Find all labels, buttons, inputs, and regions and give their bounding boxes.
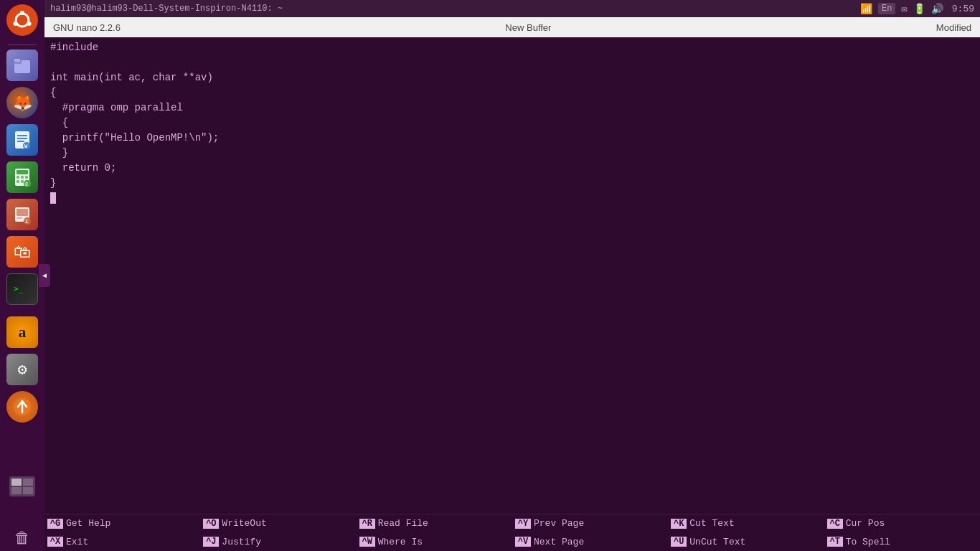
sidebar-item-amazon[interactable]: a <box>5 315 39 349</box>
shortcut-key-to-spell: ^T <box>827 537 843 547</box>
shortcut-justify[interactable]: ^J Justify <box>200 533 356 552</box>
code-line-9: return 0; <box>50 161 974 176</box>
svg-point-4 <box>13 22 17 26</box>
shortcut-uncut-text[interactable]: ^U UnCut Text <box>668 533 824 552</box>
svg-point-2 <box>20 11 24 15</box>
shortcut-key-cur-pos: ^C <box>827 519 843 529</box>
svg-rect-25 <box>17 209 28 216</box>
shortcut-key-where-is: ^W <box>359 537 375 547</box>
nano-buffer: New Buffer <box>505 22 551 33</box>
code-line-7: printf("Hello OpenMP!\n"); <box>50 131 974 146</box>
shortcut-label-read-file: Read File <box>378 518 428 529</box>
shortcut-label-prev-page: Prev Page <box>534 518 584 529</box>
shortcut-row-2: ^X Exit ^J Justify ^W Where Is ^V Next P… <box>44 533 980 552</box>
editor-area[interactable]: #include int main(int ac, char **av){ #p… <box>44 37 980 514</box>
shortcut-get-help[interactable]: ^G Get Help <box>44 514 200 533</box>
sidebar-item-settings[interactable]: ⚙ <box>5 352 39 387</box>
shortcut-label-where-is: Where Is <box>378 537 423 547</box>
wifi-icon: 📶 <box>860 3 872 15</box>
shortcut-label-next-page: Next Page <box>534 537 584 547</box>
sidebar-collapse-button[interactable]: ◀ <box>39 264 50 287</box>
shortcut-label-exit: Exit <box>66 537 88 547</box>
battery-icon: 🔋 <box>913 3 925 15</box>
sidebar-item-update[interactable] <box>5 390 39 424</box>
mail-icon: ✉ <box>901 3 907 15</box>
shortcut-label-uncut-text: UnCut Text <box>689 537 745 547</box>
sidebar-item-writer[interactable]: W <box>5 123 39 157</box>
shortcut-cut-text[interactable]: ^K Cut Text <box>668 514 824 533</box>
text-cursor <box>50 192 56 204</box>
clock: 9:59 <box>952 4 974 14</box>
code-line-6: { <box>50 116 974 131</box>
topbar-title: halim93@halim93-Dell-System-Inspiron-N41… <box>50 4 860 14</box>
shortcut-label-cur-pos: Cur Pos <box>846 518 885 529</box>
svg-rect-15 <box>17 170 28 174</box>
nano-status: Modified <box>936 22 971 33</box>
svg-rect-19 <box>17 180 19 183</box>
shortcut-key-writeout: ^O <box>203 519 219 529</box>
svg-rect-17 <box>21 176 24 179</box>
cursor-line <box>50 191 974 206</box>
code-line-10: } <box>50 176 974 191</box>
shortcut-to-spell[interactable]: ^T To Spell <box>824 533 980 552</box>
sidebar-item-impress[interactable]: I <box>5 197 39 232</box>
shortcut-label-get-help: Get Help <box>66 518 110 529</box>
shortcut-where-is[interactable]: ^W Where Is <box>357 533 512 552</box>
lang-indicator[interactable]: En <box>878 3 895 14</box>
svg-text:C: C <box>25 182 28 187</box>
nano-titlebar: GNU nano 2.2.6 New Buffer Modified <box>44 17 980 37</box>
shortcut-label-to-spell: To Spell <box>846 537 890 547</box>
svg-rect-16 <box>17 176 19 179</box>
sidebar-item-ubuntu[interactable] <box>5 3 39 37</box>
svg-rect-7 <box>14 59 20 62</box>
code-line-5: #pragma omp parallel <box>50 100 974 116</box>
code-line-3: int main(int ac, char **av) <box>50 70 974 85</box>
shortcut-key-next-page: ^V <box>515 537 531 547</box>
shortcut-key-cut-text: ^K <box>671 519 687 529</box>
svg-rect-20 <box>21 180 24 183</box>
shortcut-writeout[interactable]: ^O WriteOut <box>200 514 356 533</box>
shortcut-key-uncut-text: ^U <box>671 537 687 547</box>
sidebar-item-appstore[interactable]: 🛍 <box>5 235 39 269</box>
main-area: halim93@halim93-Dell-System-Inspiron-N41… <box>44 0 980 551</box>
shortcut-cur-pos[interactable]: ^C Cur Pos <box>824 514 980 533</box>
sound-icon: 🔊 <box>931 3 943 15</box>
shortcut-key-justify: ^J <box>203 537 219 547</box>
code-line-4: { <box>50 85 974 100</box>
topbar-right: 📶 En ✉ 🔋 🔊 9:59 <box>860 3 974 15</box>
sidebar-item-terminal[interactable]: >_ <box>5 272 39 306</box>
shortcut-next-page[interactable]: ^V Next Page <box>512 533 668 552</box>
sidebar-divider-top <box>8 44 37 45</box>
code-line-2 <box>50 55 974 70</box>
code-line-1: #include <box>50 40 974 55</box>
shortcut-prev-page[interactable]: ^Y Prev Page <box>512 514 668 533</box>
svg-rect-26 <box>17 217 22 219</box>
shortcut-key-prev-page: ^Y <box>515 519 531 529</box>
sidebar-item-calc[interactable]: C <box>5 160 39 194</box>
sidebar: 🦊 W <box>0 0 44 551</box>
shortcut-key-exit: ^X <box>47 537 63 547</box>
workspace-switcher[interactable] <box>9 476 35 496</box>
shortcut-key-get-help: ^G <box>47 519 63 529</box>
svg-rect-18 <box>25 176 28 179</box>
nano-version: GNU nano 2.2.6 <box>53 22 121 33</box>
shortcut-row-1: ^G Get Help ^O WriteOut ^R Read File ^Y … <box>44 514 980 533</box>
shortcut-exit[interactable]: ^X Exit <box>44 533 200 552</box>
shortcut-label-justify: Justify <box>222 537 261 547</box>
sidebar-item-trash[interactable]: 🗑 <box>9 525 35 551</box>
svg-text:I: I <box>25 219 28 225</box>
shortcut-label-writeout: WriteOut <box>222 518 266 529</box>
svg-text:>_: >_ <box>14 284 24 293</box>
shortcut-label-cut-text: Cut Text <box>689 518 734 529</box>
shortcuts-bar: ^G Get Help ^O WriteOut ^R Read File ^Y … <box>44 514 980 551</box>
system-topbar: halim93@halim93-Dell-System-Inspiron-N41… <box>44 0 980 17</box>
shortcut-read-file[interactable]: ^R Read File <box>357 514 512 533</box>
shortcut-key-read-file: ^R <box>359 519 375 529</box>
sidebar-item-files[interactable] <box>5 48 39 83</box>
sidebar-item-firefox[interactable]: 🦊 <box>5 85 39 120</box>
svg-point-3 <box>27 22 32 26</box>
code-line-8: } <box>50 146 974 161</box>
